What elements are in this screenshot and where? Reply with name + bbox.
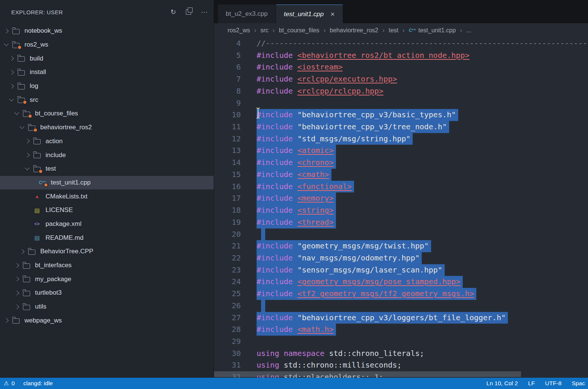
code-line-19[interactable]: 19#include <thread> <box>214 216 588 229</box>
code-line-17[interactable]: 17#include <memory> <box>214 192 588 204</box>
tree-folder-my_package[interactable]: my_package <box>0 272 214 286</box>
folder-icon-wrap <box>17 97 25 103</box>
chevron-right-icon <box>14 263 19 268</box>
code-line-22[interactable]: 22#include "nav_msgs/msg/odometry.hpp" <box>214 252 588 264</box>
code-line-28[interactable]: 28#include <math.h> <box>214 324 588 336</box>
code-line-12[interactable]: 12#include "std_msgs/msg/string.hpp" <box>214 133 588 145</box>
more-actions-icon[interactable]: ··· <box>201 9 208 15</box>
tree-folder-test[interactable]: test <box>0 162 214 176</box>
tree-folder-turtlebot3[interactable]: turtlebot3 <box>0 286 214 300</box>
eol-indicator[interactable]: LF <box>528 380 535 387</box>
tree-folder-build[interactable]: build <box>0 51 214 65</box>
code-line-16[interactable]: 16#include <functional> <box>214 181 588 193</box>
tree-folder-src[interactable]: src <box>0 93 214 107</box>
status-bar-right: Ln 10, Col 2LFUTF-8Spac <box>486 380 585 387</box>
code-line-24[interactable]: 24#include <geometry_msgs/msg/pose_stamp… <box>214 276 588 288</box>
folder-icon-wrap <box>12 28 20 34</box>
code-text: using std::chrono::milliseconds; <box>257 359 401 371</box>
breadcrumb-item-src[interactable]: src <box>260 27 268 34</box>
warning-icon: ⚠ <box>4 380 9 387</box>
indentation-indicator[interactable]: Spac <box>572 380 585 387</box>
breadcrumb-item-test[interactable]: test <box>389 27 398 34</box>
code-line-11[interactable]: 11#include "behaviortree_cpp_v3/tree_nod… <box>214 121 588 133</box>
tab-bt_u2_ex3.cpp[interactable]: bt_u2_ex3.cpp <box>218 5 276 23</box>
code-line-25[interactable]: 25#include <tf2_geometry_msgs/tf2_geomet… <box>214 288 588 300</box>
code-text: //--------------------------------------… <box>257 38 588 50</box>
tree-file-CMakeLists.txt[interactable]: ▲CMakeLists.txt <box>0 189 214 203</box>
breadcrumb-item-behaviortree_ros2[interactable]: behaviortree_ros2 <box>330 27 378 34</box>
encoding-indicator[interactable]: UTF-8 <box>545 380 562 387</box>
tree-folder-log[interactable]: log <box>0 79 214 93</box>
code-line-23[interactable]: 23#include "sensor_msgs/msg/laser_scan.h… <box>214 264 588 276</box>
language-server-status[interactable]: clangd: idle <box>23 380 53 387</box>
tree-folder-include[interactable]: include <box>0 148 214 162</box>
cursor-position[interactable]: Ln 10, Col 2 <box>486 380 518 387</box>
code-text: #include "behaviortree_cpp_v3/loggers/bt… <box>257 312 508 324</box>
tab-test_unit1.cpp[interactable]: test_unit1.cpp× <box>276 5 343 23</box>
chevron-down-icon <box>20 124 24 129</box>
code-editor[interactable]: 4//-------------------------------------… <box>214 38 588 378</box>
tree-item-label: behaviortree_ros2 <box>40 124 92 131</box>
code-line-15[interactable]: 15#include <cmath> <box>214 169 588 181</box>
code-line-7[interactable]: 7#include <rclcpp/executors.hpp> <box>214 73 588 85</box>
vscode-window: EXPLORER: USER ↻··· notebook_wsros2_wsbu… <box>0 0 588 389</box>
code-line-21[interactable]: 21#include "geometry_msgs/msg/twist.hpp" <box>214 240 588 252</box>
horizontal-scrollbar[interactable] <box>214 371 521 377</box>
code-line-5[interactable]: 5#include <behaviortree_ros2/bt_action_n… <box>214 50 588 62</box>
tree-folder-ros2_ws[interactable]: ros2_ws <box>0 38 214 52</box>
code-line-4[interactable]: 4//-------------------------------------… <box>214 38 588 50</box>
tree-folder-install[interactable]: install <box>0 65 214 79</box>
tree-folder-notebook_ws[interactable]: notebook_ws <box>0 24 214 38</box>
code-text: #include <thread> <box>257 216 336 229</box>
tree-file-LICENSE[interactable]: ▤LICENSE <box>0 203 214 217</box>
code-line-18[interactable]: 18#include <string> <box>214 204 588 216</box>
collapse-editors-icon[interactable] <box>186 9 191 15</box>
code-line-27[interactable]: 27#include "behaviortree_cpp_v3/loggers/… <box>214 312 588 324</box>
tree-file-package.xml[interactable]: <>package.xml <box>0 217 214 231</box>
tree-folder-action[interactable]: action <box>0 135 214 148</box>
close-icon[interactable]: × <box>330 10 334 18</box>
cmake-file-icon: ▲ <box>35 194 40 199</box>
code-line-6[interactable]: 6#include <iostream> <box>214 61 588 73</box>
breadcrumb-item-test_unit1.cpp[interactable]: test_unit1.cpp <box>418 27 456 34</box>
tree-folder-BehaviorTree.CPP[interactable]: BehaviorTree.CPP <box>0 245 214 259</box>
line-number: 22 <box>214 252 241 264</box>
code-line-31[interactable]: 31using std::chrono::milliseconds; <box>214 359 588 371</box>
line-number: 10 <box>214 109 241 121</box>
breadcrumb-item-bt_course_files[interactable]: bt_course_files <box>279 27 319 34</box>
tree-folder-bt_course_files[interactable]: bt_course_files <box>0 107 214 121</box>
tree-folder-utils[interactable]: utils <box>0 300 214 314</box>
code-line-14[interactable]: 14#include <chrono> <box>214 157 588 169</box>
breadcrumb-item-...[interactable]: ... <box>466 27 471 34</box>
problems-indicator[interactable]: ⚠ 0 clangd: idle <box>4 380 53 387</box>
breadcrumb-item-ros2_ws[interactable]: ros2_ws <box>228 27 250 34</box>
code-line-30[interactable]: 30using namespace std::chrono_literals; <box>214 348 588 360</box>
code-line-13[interactable]: 13#include <atomic> <box>214 145 588 157</box>
tree-item-label: README.md <box>46 234 84 242</box>
tree-item-label: notebook_ws <box>24 27 62 35</box>
code-line-29[interactable]: 29 <box>214 336 588 348</box>
modified-dot <box>17 45 22 50</box>
tree-item-label: utils <box>35 303 46 310</box>
tree-folder-behaviortree_ros2[interactable]: behaviortree_ros2 <box>0 121 214 135</box>
folder-icon <box>18 56 25 62</box>
tree-folder-webpage_ws[interactable]: webpage_ws <box>0 313 214 327</box>
code-line-20[interactable]: 20 <box>214 229 588 241</box>
tree-file-test_unit1.cpp[interactable]: C⁺⁺test_unit1.cpp <box>0 176 214 190</box>
folder-icon-wrap <box>33 138 41 144</box>
tree-folder-bt_interfaces[interactable]: bt_interfaces <box>0 259 214 272</box>
refresh-icon[interactable]: ↻ <box>170 9 176 15</box>
folder-icon-wrap <box>23 262 30 269</box>
tree-file-README.md[interactable]: ▤README.md <box>0 231 214 245</box>
explorer-header: EXPLORER: USER ↻··· <box>0 0 214 24</box>
code-line-26[interactable]: 26 <box>214 300 588 312</box>
code-line-9[interactable]: 9 <box>214 97 588 109</box>
chevron-right-icon <box>4 318 9 323</box>
code-line-10[interactable]: 10#include "behaviortree_cpp_v3/basic_ty… <box>214 109 588 121</box>
code-line-8[interactable]: 8#include <rclcpp/rclcpp.hpp> <box>214 85 588 97</box>
code-text: #include "behaviortree_cpp_v3/basic_type… <box>257 109 458 121</box>
line-number: 20 <box>214 229 241 241</box>
modified-dot <box>23 100 27 104</box>
tab-bar: bt_u2_ex3.cpptest_unit1.cpp× <box>214 0 588 23</box>
code-text: #include <rclcpp/executors.hpp> <box>257 73 397 85</box>
